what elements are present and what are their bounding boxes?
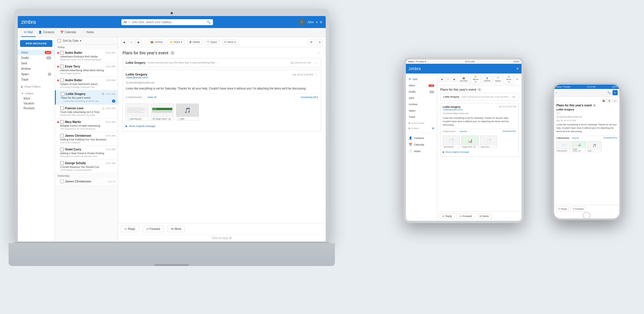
tab-contacts[interactable]: 👤 Contacts [35,28,57,37]
tablet-view-all-link[interactable]: View All [460,130,467,132]
email-item-7[interactable]: Violet Curry 10:21 AM Making A New Trend… [55,146,118,160]
email-checkbox[interactable] [60,106,64,110]
tab-calendar[interactable]: 📅 Calendar [57,28,79,37]
tab-mail[interactable]: ✉ Mail [21,28,35,37]
tablet-sidebar-drafts[interactable]: Drafts 12 [406,89,437,95]
email-checkbox[interactable] [60,161,64,165]
email-item-8[interactable]: George Schultz 10:21 AM 3 Smart Reasons … [55,160,118,173]
email-item-yesterday[interactable]: James Christensen April 29 [55,178,118,186]
tablet-sidebar-notes[interactable]: 📄 Notes [406,148,437,154]
prev-email-button[interactable]: ◀ [121,39,127,45]
tablet-sidebar-archive[interactable]: Archive [406,101,437,108]
select-all-checkbox[interactable] [57,39,61,43]
phone-download-all-link[interactable]: Download All ▾ [604,137,617,139]
settings-gear-icon[interactable]: ⚙ [320,21,322,24]
email-checkbox[interactable] [60,148,64,151]
tablet-more-actions-button[interactable]: ••• More [477,213,491,219]
search-filter[interactable]: All [124,21,127,24]
more-actions-button[interactable]: ••• More [167,226,185,232]
tablet-add-folder-icon[interactable]: ⊕ [432,127,434,130]
tablet-close-button[interactable]: ✕ [515,77,520,81]
tablet-reply-all-button[interactable]: ⇦ [445,77,451,82]
tablet-reply-button[interactable]: ↩ Reply [440,213,455,219]
view-all-link[interactable]: View All [147,96,156,99]
spam-button[interactable]: 🛡 Spam [205,39,220,45]
tablet-folders-section[interactable]: ▶ Folders ⊕ [406,125,437,130]
sidebar-folder-vacation[interactable]: Vacation [18,101,55,106]
email-star-icon[interactable]: ☆ [315,73,318,77]
user-dropdown-icon[interactable]: ▾ [316,21,317,24]
email-checkbox[interactable] [60,65,64,68]
tablet-sidebar-sent[interactable]: Sent [406,95,437,101]
tablet-account-icon[interactable]: 👤 [511,67,514,70]
email-checkbox[interactable] [60,180,64,183]
sidebar-item-archive[interactable]: Archive [18,66,55,71]
tablet-move-button[interactable]: 📁 Move ▾ [471,75,481,84]
email-item-0[interactable]: Andre Butler 10:21 AM Advertisers Embrac… [55,49,118,63]
user-avatar[interactable]: J [298,19,305,25]
search-bar[interactable]: All ▾ 🔍 [121,19,213,25]
download-all-link[interactable]: Download All ▾ [301,96,318,99]
phone-more-icon[interactable]: ••• [613,99,617,103]
reply-button[interactable]: ↩ Reply [121,226,139,232]
phone-delete-icon[interactable]: 🗑 [607,99,612,103]
tablet-sidebar-contacts[interactable]: 👤 Contacts [406,135,437,141]
email-item-1[interactable]: Essie Terry 10:21 AM Internet Advertisin… [55,63,118,77]
tablet-spam-button[interactable]: 🛡 Spam [493,76,503,83]
show-original-button[interactable]: ▶ Show original message [126,124,155,129]
summary-star-icon[interactable]: ☆ [315,61,318,65]
star-icon[interactable]: ★ [102,107,104,110]
tablet-attachment-plan[interactable]: 📄 planning.m [480,136,497,148]
tablet-archive-button[interactable]: 📦 Archive [458,76,469,83]
next-email-button[interactable]: ▶ [136,39,142,45]
tablet-show-original-button[interactable]: ▶ Show original message [443,150,469,154]
tablet-sidebar-mail[interactable]: ✉ Mail [406,76,437,82]
email-checkbox[interactable] [60,78,64,82]
tablet-sidebar-trash[interactable]: Trash [406,114,437,120]
click-to-reply[interactable]: Click to reply all [118,234,326,241]
email-checkbox[interactable] [60,134,64,138]
phone-forward-button[interactable]: ↪ Forward [570,206,585,211]
tablet-delete-button[interactable]: 🗑 Delete [482,76,492,83]
phone-reply-button[interactable]: ↩ Reply [556,206,569,211]
email-summary-item[interactable]: Lottie Gregory Great running into you th… [123,58,321,67]
phone-search-button[interactable]: 🔍 [606,90,611,95]
email-item-5[interactable]: Mary Martin 10:21 AM Reliable Forms Of W… [55,118,118,132]
tablet-sidebar-calendar[interactable]: 📅 Calendar [406,141,437,148]
move-button[interactable]: 📁 Move ▾ [167,39,185,45]
sidebar-item-sent[interactable]: Sent [18,61,55,66]
tablet-attachment-doc[interactable]: 📄 planning.doc [443,136,460,148]
phone-next-icon[interactable]: › [558,99,559,102]
user-name[interactable]: John [307,21,314,24]
email-item-6[interactable]: James Christensen 10:21 AM Getting Free … [55,132,118,146]
tablet-more-button[interactable]: ••• More ▾ [504,75,514,84]
tablet-smart-views[interactable]: ▶ Smart Views [406,120,437,125]
more-button[interactable]: ••• More ▾ [222,39,238,45]
phone-attachment-img[interactable]: 🎵 plan... [587,141,602,152]
tablet-forward-button[interactable]: ↪ Forward [457,213,475,219]
attachment-xls[interactable]: To Do [151,104,174,121]
tablet-settings-icon[interactable]: ⚙ [516,67,519,70]
email-item-4[interactable]: Frances Love ★ 10:21 AM Truck Side Adver… [55,105,118,118]
phone-view-all-link[interactable]: View All [572,137,579,139]
sidebar-folder-receipts[interactable]: Receipts [18,106,55,111]
folders-section[interactable]: ▼ Folders [18,91,55,96]
tablet-attachment-xls[interactable]: 📊 longer-name...xls [461,136,479,148]
phone-home-button[interactable] [583,212,590,218]
tablet-email-summary[interactable]: Lottie Gregory Great running into you th… [440,93,519,101]
sidebar-item-spam[interactable]: Spam 1 [18,71,55,77]
email-item-3[interactable]: Lottie Gregory 📎 10:21 AM Plans for this… [55,90,118,105]
phone-edit-button[interactable]: ✏ [613,90,618,95]
close-view-button[interactable]: ✕ [317,39,323,45]
archive-button[interactable]: 📦 Archive [148,39,165,45]
sort-button[interactable]: Sort by Date ▾ [63,39,115,42]
attachment-img[interactable]: 🎵 📄 plan [176,104,199,121]
settings-view-button[interactable]: ⚙ [308,39,314,45]
email-checkbox[interactable] [60,120,64,124]
tablet-sidebar-inbox[interactable]: Inbox 124 [406,82,437,89]
phone-prev-icon[interactable]: ‹ [556,99,557,102]
sidebar-item-trash[interactable]: Trash [18,77,55,82]
delete-button[interactable]: 🗑 Delete [187,39,202,45]
sidebar-folder-work[interactable]: Work [18,96,55,101]
email-checkbox[interactable] [60,51,64,55]
